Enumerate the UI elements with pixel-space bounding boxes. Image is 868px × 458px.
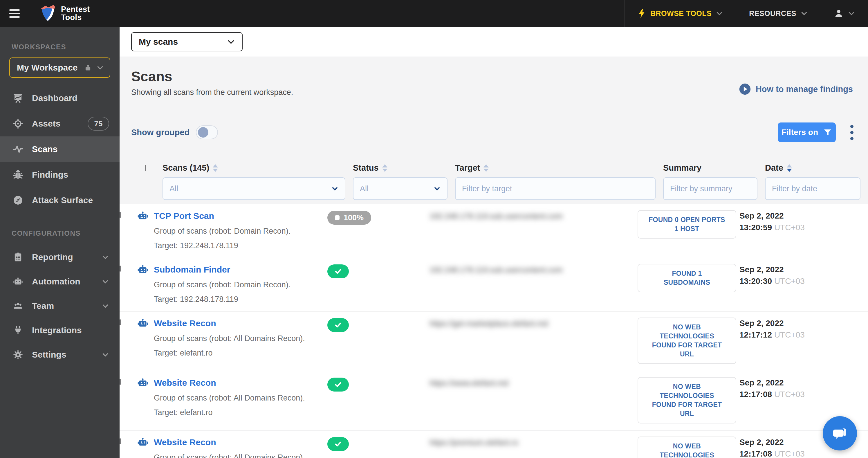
sidebar-item[interactable]: Dashboard — [0, 85, 120, 111]
sort-icon[interactable] — [787, 164, 792, 172]
date-filter-input[interactable]: Filter by date — [765, 177, 861, 200]
sidebar-item[interactable]: Settings — [0, 342, 120, 367]
scan-time: 12:17:08 — [739, 449, 772, 458]
sidebar-item[interactable]: Automation — [0, 269, 120, 294]
scan-name-link[interactable]: TCP Port Scan — [154, 211, 214, 221]
filters-on-button[interactable]: Filters on — [778, 122, 836, 142]
summary-filter-input[interactable]: Filter by summary — [663, 177, 757, 200]
workspace-selector[interactable]: My Workspace — [9, 58, 110, 78]
how-to-manage-findings-link[interactable]: How to manage findings — [739, 83, 853, 97]
browse-tools-label: BROWSE TOOLS — [650, 9, 712, 18]
summary-badge[interactable]: NO WEBTECHNOLOGIESFOUND FOR TARGETURL — [638, 317, 736, 364]
column-header-target[interactable]: Target — [455, 163, 663, 173]
chevron-down-icon — [434, 185, 440, 192]
summary-badge[interactable]: FOUND 0 OPEN PORTS1 HOST — [638, 210, 736, 239]
brand-logo[interactable]: Pentest Tools — [29, 0, 100, 27]
summary-badge[interactable]: NO WEBTECHNOLOGIESFOUND FOR TARGETURL — [638, 377, 736, 424]
page-header: Scans Showing all scans from the current… — [120, 57, 868, 97]
sort-icon[interactable] — [484, 164, 489, 172]
status-badge — [327, 377, 349, 392]
row-checkbox[interactable] — [120, 438, 121, 445]
sidebar-item[interactable]: Assets 75 — [0, 111, 120, 136]
status-filter-select[interactable]: All — [353, 177, 447, 200]
row-checkbox[interactable] — [120, 212, 121, 218]
sidebar-item[interactable]: Attack Surface — [0, 187, 120, 213]
summary-badge[interactable]: FOUND 1SUBDOMAINS — [638, 264, 736, 292]
sidebar-item-icon — [13, 276, 23, 287]
sidebar-item-label: Team — [32, 301, 101, 311]
robot-icon — [137, 377, 149, 389]
sidebar-item-label: Settings — [32, 350, 101, 360]
table-row: Website Recon Group of scans (robot: All… — [120, 371, 868, 431]
sort-icon[interactable] — [382, 164, 388, 172]
table-row: Website Recon Group of scans (robot: All… — [120, 312, 868, 371]
scan-date: Sep 2, 2022 — [739, 317, 868, 329]
scan-date: Sep 2, 2022 — [739, 210, 868, 222]
browse-tools-menu[interactable]: BROWSE TOOLS — [624, 0, 736, 27]
target-filter-input[interactable]: Filter by target — [455, 177, 656, 200]
robot-icon — [137, 317, 149, 329]
help-link-label: How to manage findings — [756, 85, 853, 94]
show-grouped-control[interactable]: Show grouped — [131, 125, 218, 139]
show-grouped-toggle[interactable] — [196, 125, 218, 139]
column-header-status[interactable]: Status — [353, 163, 455, 173]
chevron-down-icon — [101, 351, 109, 359]
sidebar-item-label: Reporting — [32, 252, 101, 262]
scan-name-link[interactable]: Website Recon — [154, 437, 216, 447]
scan-target-note: Target: elefant.ro — [154, 348, 327, 358]
summary-badge[interactable]: NO WEBTECHNOLOGIESFOUND FOR TARGETURL — [638, 436, 736, 458]
main-content: My scans Scans Showing all scans from th… — [120, 27, 868, 458]
scan-scope-select[interactable]: My scans — [131, 32, 243, 51]
resources-menu[interactable]: RESOURCES — [736, 0, 821, 27]
table-filter-row: All All Filter by target Filter by summa… — [120, 177, 868, 200]
configurations-section-label: CONFIGURATIONS — [11, 229, 120, 237]
sidebar: WORKSPACES My Workspace Dashboard Assets… — [0, 27, 120, 458]
select-all-checkbox[interactable] — [145, 165, 146, 171]
status-badge — [327, 318, 349, 332]
sidebar-item-icon — [13, 195, 23, 206]
count-badge: 75 — [88, 117, 109, 131]
sidebar-item-icon — [13, 325, 23, 336]
chevron-down-icon — [101, 253, 109, 261]
user-icon — [834, 8, 844, 18]
target-redacted-text: 192.248.178.119.sub.usercontent.com — [430, 264, 615, 275]
kebab-menu-button[interactable] — [848, 123, 855, 142]
sidebar-item[interactable]: Scans — [0, 136, 120, 162]
sidebar-item-label: Assets — [32, 119, 88, 129]
sidebar-item-icon — [13, 144, 23, 154]
scan-target-note: Target: 192.248.178.119 — [154, 294, 327, 304]
row-checkbox[interactable] — [120, 319, 121, 325]
chevron-down-icon — [227, 38, 235, 46]
scan-name-link[interactable]: Subdomain Finder — [154, 265, 230, 275]
column-header-date[interactable]: Date — [765, 163, 868, 173]
sidebar-item[interactable]: Reporting — [0, 245, 120, 269]
filters-button-label: Filters on — [781, 128, 818, 137]
scan-timezone: UTC+03 — [774, 330, 805, 339]
hamburger-menu-button[interactable] — [0, 0, 29, 27]
scan-name-link[interactable]: Website Recon — [154, 378, 216, 388]
target-redacted-text: 192.248.178.119.sub.usercontent.com — [430, 210, 615, 221]
scan-description: Group of scans (robot: All Domains Recon… — [154, 393, 327, 403]
sidebar-item-icon — [13, 252, 23, 263]
scan-target-note: Target: elefant.ro — [154, 407, 327, 418]
sidebar-item[interactable]: Team — [0, 294, 120, 318]
scan-name-link[interactable]: Website Recon — [154, 318, 216, 328]
sort-icon[interactable] — [213, 164, 218, 172]
status-badge: 100% — [327, 211, 371, 225]
chat-widget-button[interactable] — [823, 416, 857, 451]
top-bar: Pentest Tools BROWSE TOOLS RESOURCES — [0, 0, 868, 27]
chat-icon — [831, 424, 849, 442]
column-header-scans[interactable]: Scans (145) — [162, 163, 353, 173]
sidebar-item[interactable]: Integrations — [0, 318, 120, 342]
scan-time: 12:17:12 — [739, 330, 772, 339]
table-row: Subdomain Finder Group of scans (robot: … — [120, 258, 868, 312]
play-circle-icon — [739, 83, 751, 95]
scan-time: 13:20:59 — [739, 223, 772, 232]
scan-date: Sep 2, 2022 — [739, 377, 868, 389]
row-checkbox[interactable] — [120, 379, 121, 385]
sidebar-item[interactable]: Findings — [0, 162, 120, 187]
account-menu[interactable] — [821, 0, 868, 27]
scan-type-filter-select[interactable]: All — [162, 177, 345, 200]
row-checkbox[interactable] — [120, 266, 121, 272]
date-cell: Sep 2, 2022 12:17:08 UTC+03 — [739, 377, 868, 424]
